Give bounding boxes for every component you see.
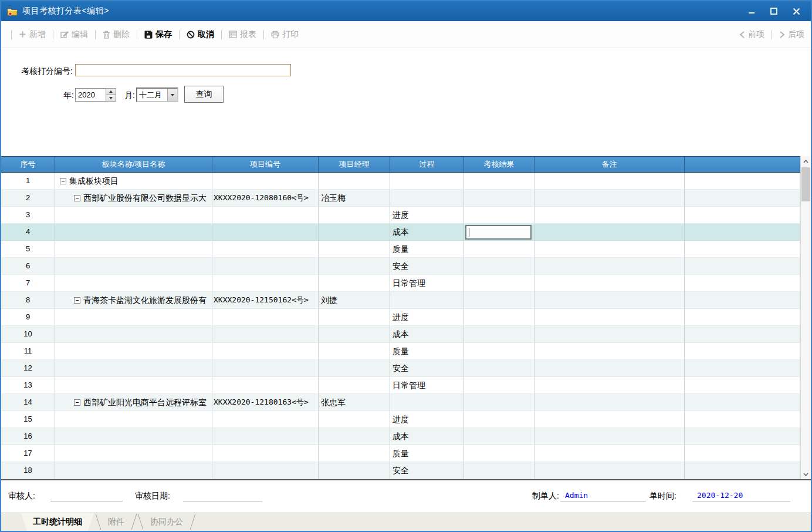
- scrollbar-thumb[interactable]: [801, 167, 810, 201]
- cell-extra[interactable]: [685, 445, 800, 462]
- cell-name[interactable]: 集成板块项目: [55, 173, 212, 190]
- cell-remark[interactable]: [534, 309, 685, 326]
- table-row[interactable]: 11质量: [1, 343, 800, 360]
- close-button[interactable]: [791, 6, 801, 16]
- table-row[interactable]: 2西部矿业股份有限公司数据显示大XKXX2020-12080160<号>冶玉梅: [1, 190, 800, 207]
- table-row[interactable]: 7日常管理: [1, 275, 800, 292]
- tree-collapse-icon[interactable]: [74, 195, 80, 201]
- cell-manager[interactable]: [319, 173, 390, 190]
- cell-seq[interactable]: 18: [1, 462, 55, 479]
- table-row[interactable]: 4成本: [1, 224, 800, 241]
- cell-remark[interactable]: [534, 241, 685, 258]
- table-row[interactable]: 8青海茶卡盐湖文化旅游发展股份有XKXX2020-12150162<号>刘捷: [1, 292, 800, 309]
- cell-name[interactable]: [55, 428, 212, 445]
- column-header-6[interactable]: 备注: [534, 157, 685, 172]
- table-row[interactable]: 13日常管理: [1, 377, 800, 394]
- cell-result[interactable]: [464, 462, 534, 479]
- cell-manager[interactable]: [319, 411, 390, 428]
- cell-number[interactable]: [212, 428, 319, 445]
- cell-result[interactable]: [464, 377, 534, 394]
- tree-collapse-icon[interactable]: [60, 178, 66, 184]
- cell-seq[interactable]: 11: [1, 343, 55, 360]
- cell-manager[interactable]: [319, 428, 390, 445]
- prev-item-button[interactable]: 前项: [737, 28, 766, 41]
- cell-result[interactable]: [464, 428, 534, 445]
- cell-result[interactable]: [464, 360, 534, 377]
- cell-process[interactable]: 日常管理: [390, 275, 464, 292]
- cell-seq[interactable]: 17: [1, 445, 55, 462]
- cell-extra[interactable]: [685, 360, 800, 377]
- cell-name[interactable]: [55, 326, 212, 343]
- cell-name[interactable]: [55, 462, 212, 479]
- cell-name[interactable]: [55, 343, 212, 360]
- cell-process[interactable]: 进度: [390, 411, 464, 428]
- table-row[interactable]: 9进度: [1, 309, 800, 326]
- cell-manager[interactable]: 刘捷: [319, 292, 390, 309]
- cell-remark[interactable]: [534, 207, 685, 224]
- cell-number[interactable]: [212, 275, 319, 292]
- cell-result[interactable]: [464, 394, 534, 411]
- tree-collapse-icon[interactable]: [74, 297, 80, 304]
- cell-result[interactable]: [464, 326, 534, 343]
- cell-result[interactable]: [464, 343, 534, 360]
- cell-seq[interactable]: 16: [1, 428, 55, 445]
- table-row[interactable]: 12安全: [1, 360, 800, 377]
- cell-extra[interactable]: [685, 326, 800, 343]
- cell-manager[interactable]: 冶玉梅: [319, 190, 390, 207]
- cell-extra[interactable]: [685, 377, 800, 394]
- cell-result[interactable]: [464, 224, 534, 241]
- table-row[interactable]: 15进度: [1, 411, 800, 428]
- cell-manager[interactable]: [319, 224, 390, 241]
- vertical-scrollbar[interactable]: [800, 156, 811, 479]
- table-row[interactable]: 14西部矿业阳光电商平台远程评标室XKXX2020-12180163<号>张忠军: [1, 394, 800, 411]
- cell-process[interactable]: [390, 394, 464, 411]
- cell-number[interactable]: XKXX2020-12180163<号>: [212, 394, 319, 411]
- table-row[interactable]: 18安全: [1, 462, 800, 479]
- cell-seq[interactable]: 7: [1, 275, 55, 292]
- cell-remark[interactable]: [534, 190, 685, 207]
- cell-manager[interactable]: [319, 326, 390, 343]
- add-button[interactable]: 新增: [17, 28, 48, 41]
- cell-extra[interactable]: [685, 462, 800, 479]
- cell-extra[interactable]: [685, 394, 800, 411]
- cell-number[interactable]: [212, 309, 319, 326]
- report-button[interactable]: 报表: [227, 28, 258, 41]
- cell-name[interactable]: [55, 275, 212, 292]
- cell-seq[interactable]: 3: [1, 207, 55, 224]
- column-header-3[interactable]: 项目经理: [319, 157, 390, 172]
- cell-remark[interactable]: [534, 411, 685, 428]
- cell-extra[interactable]: [685, 309, 800, 326]
- cell-extra[interactable]: [685, 190, 800, 207]
- cell-seq[interactable]: 10: [1, 326, 55, 343]
- cell-manager[interactable]: [319, 275, 390, 292]
- cell-extra[interactable]: [685, 292, 800, 309]
- cell-extra[interactable]: [685, 275, 800, 292]
- cell-number[interactable]: XKXX2020-12150162<号>: [212, 292, 319, 309]
- table-row[interactable]: 10成本: [1, 326, 800, 343]
- cell-number[interactable]: [212, 360, 319, 377]
- cell-name[interactable]: [55, 411, 212, 428]
- cell-name[interactable]: [55, 241, 212, 258]
- scroll-down-button[interactable]: [801, 469, 811, 479]
- cell-result[interactable]: [464, 411, 534, 428]
- cell-process[interactable]: 日常管理: [390, 377, 464, 394]
- cell-remark[interactable]: [534, 428, 685, 445]
- scroll-up-button[interactable]: [801, 156, 811, 166]
- table-row[interactable]: 3进度: [1, 207, 800, 224]
- cell-name[interactable]: 西部矿业阳光电商平台远程评标室: [55, 394, 212, 411]
- cell-remark[interactable]: [534, 326, 685, 343]
- dropdown-button[interactable]: [167, 89, 177, 101]
- column-header-7[interactable]: [685, 157, 800, 172]
- cell-name[interactable]: [55, 377, 212, 394]
- cell-seq[interactable]: 9: [1, 309, 55, 326]
- tab-worktime-detail[interactable]: 工时统计明细: [21, 513, 94, 531]
- cell-process[interactable]: [390, 190, 464, 207]
- cell-manager[interactable]: [319, 360, 390, 377]
- cell-seq[interactable]: 5: [1, 241, 55, 258]
- tab-collaboration[interactable]: 协同办公: [138, 513, 195, 531]
- cell-manager[interactable]: [319, 241, 390, 258]
- cell-seq[interactable]: 2: [1, 190, 55, 207]
- cell-process[interactable]: 成本: [390, 326, 464, 343]
- cell-result[interactable]: [464, 309, 534, 326]
- cell-process[interactable]: [390, 173, 464, 190]
